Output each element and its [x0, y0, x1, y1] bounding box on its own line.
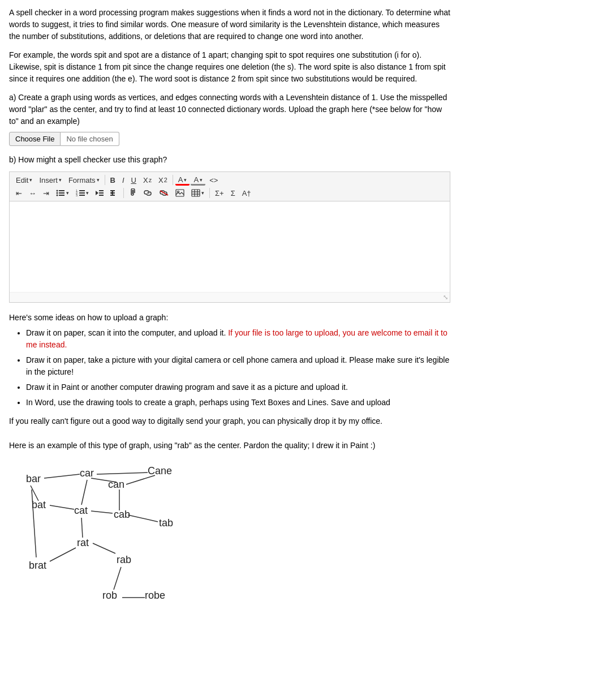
svg-text:tab: tab [159, 517, 173, 529]
choose-file-button[interactable]: Choose File [9, 132, 61, 146]
bold-button[interactable]: B [107, 175, 118, 186]
superscript-button[interactable]: X2 [156, 175, 170, 186]
graph-svg: bar car Cane can bat cat cab tab rat rab… [9, 458, 207, 622]
indent-button[interactable] [107, 188, 121, 197]
code-button[interactable]: <> [206, 175, 221, 186]
table-button[interactable]: ▾ [188, 188, 207, 198]
sep-2 [173, 175, 173, 185]
svg-line-46 [50, 505, 74, 509]
svg-rect-7 [79, 190, 85, 191]
svg-text:rob: rob [102, 590, 117, 601]
list-item: Draw it on paper, scan it into the compu… [26, 327, 450, 351]
drop-off-note: If you really can't figure out a good wa… [9, 415, 450, 427]
svg-line-42 [97, 473, 148, 474]
svg-rect-9 [79, 192, 85, 194]
svg-text:Cane: Cane [148, 465, 172, 476]
part-a-label: a) Create a graph using words as vertice… [9, 92, 450, 127]
svg-line-47 [91, 511, 113, 513]
link-button[interactable] [141, 189, 156, 197]
svg-text:3.: 3. [76, 194, 78, 197]
svg-rect-11 [79, 195, 85, 196]
svg-text:bat: bat [32, 499, 46, 510]
svg-marker-12 [96, 191, 98, 195]
image-button[interactable] [173, 188, 187, 198]
svg-point-0 [57, 190, 58, 192]
insert-formula-button[interactable]: Σ+ [212, 188, 227, 199]
svg-line-49 [81, 518, 83, 538]
special-char-button[interactable]: A† [239, 188, 254, 199]
formula-button[interactable]: Σ [228, 188, 238, 199]
toolbar-row-2: ⇤ ↔ ⇥ ▾ 1. [13, 187, 446, 199]
list-item-text-4: In Word, use the drawing tools to create… [26, 398, 390, 407]
part-b-label: b) How might a spell checker use this gr… [9, 154, 450, 166]
numbered-list-button[interactable]: 1. 2. 3. ▾ [73, 188, 92, 198]
file-upload-row: Choose File No file chosen [9, 132, 450, 146]
align-center-button[interactable]: ↔ [26, 188, 39, 199]
svg-text:bar: bar [26, 473, 41, 484]
subscript-button[interactable]: Xz [140, 175, 154, 186]
svg-rect-21 [176, 190, 184, 196]
highlight-button[interactable]: A ▾ [191, 174, 205, 186]
ideas-section: Here's some ideas on how to upload a gra… [9, 312, 450, 452]
list-item: Draw it in Paint or another computer dra… [26, 381, 450, 393]
attach-button[interactable] [126, 187, 140, 199]
editor-resize-handle[interactable]: ⤡ [10, 292, 450, 302]
list-item-text-3: Draw it in Paint or another computer dra… [26, 383, 348, 392]
ideas-header: Here's some ideas on how to upload a gra… [9, 312, 450, 324]
svg-rect-3 [59, 192, 64, 194]
editor-toolbar: Edit ▾ Insert ▾ Formats ▾ B I U Xz X2 A … [10, 172, 450, 201]
editor-content-area[interactable] [10, 201, 450, 292]
svg-line-50 [93, 543, 115, 553]
svg-text:brat: brat [29, 560, 46, 571]
svg-rect-19 [110, 195, 115, 196]
example-note: Here is an example of this type of graph… [9, 440, 450, 452]
edit-menu-btn[interactable]: Edit ▾ [13, 175, 35, 186]
svg-text:rat: rat [77, 537, 89, 548]
insert-menu-btn[interactable]: Insert ▾ [36, 175, 64, 186]
list-item: Draw it on paper, take a picture with yo… [26, 354, 450, 378]
sep-3 [123, 188, 124, 198]
svg-rect-23 [192, 190, 200, 196]
list-item: In Word, use the drawing tools to create… [26, 397, 450, 409]
underline-button[interactable]: U [128, 175, 139, 186]
unlink-button[interactable] [157, 189, 171, 197]
svg-line-53 [114, 567, 121, 590]
svg-rect-5 [59, 195, 64, 196]
svg-rect-1 [59, 190, 64, 191]
svg-line-41 [44, 474, 80, 478]
svg-rect-13 [99, 190, 104, 191]
outdent-button[interactable] [93, 188, 106, 197]
list-item-text-1: Draw it on paper, scan it into the compu… [26, 328, 228, 337]
formats-menu-btn[interactable]: Formats ▾ [66, 175, 102, 186]
svg-text:cat: cat [74, 505, 88, 516]
align-right-button[interactable]: ⇥ [40, 188, 52, 199]
svg-line-55 [81, 480, 87, 505]
italic-button[interactable]: I [119, 175, 127, 186]
svg-line-44 [126, 475, 155, 484]
svg-rect-15 [99, 195, 104, 196]
svg-text:rab: rab [117, 554, 131, 565]
sep-4 [209, 188, 210, 198]
bullet-list-button[interactable]: ▾ [53, 188, 72, 198]
rich-text-editor: Edit ▾ Insert ▾ Formats ▾ B I U Xz X2 A … [9, 171, 450, 303]
svg-rect-18 [110, 192, 115, 194]
svg-point-2 [57, 192, 58, 194]
svg-text:robe: robe [145, 590, 165, 601]
ideas-list: Draw it on paper, scan it into the compu… [26, 327, 450, 409]
svg-line-48 [128, 515, 158, 522]
sep-1 [105, 175, 105, 185]
svg-text:can: can [108, 479, 124, 490]
svg-text:car: car [80, 467, 94, 479]
svg-line-51 [50, 548, 76, 561]
svg-rect-17 [110, 190, 115, 191]
align-left-button[interactable]: ⇤ [13, 188, 25, 199]
list-item-text-2: Draw it on paper, take a picture with yo… [26, 355, 449, 376]
intro-paragraph-1: A spell checker in a word processing pro… [9, 7, 450, 42]
svg-point-4 [57, 195, 58, 196]
toolbar-row-1: Edit ▾ Insert ▾ Formats ▾ B I U Xz X2 A … [13, 174, 446, 186]
no-file-label: No file chosen [61, 132, 119, 146]
svg-text:cab: cab [114, 509, 130, 520]
graph-image: bar car Cane can bat cat cab tab rat rab… [9, 458, 207, 622]
svg-rect-14 [99, 192, 104, 194]
font-color-button[interactable]: A ▾ [175, 174, 190, 186]
